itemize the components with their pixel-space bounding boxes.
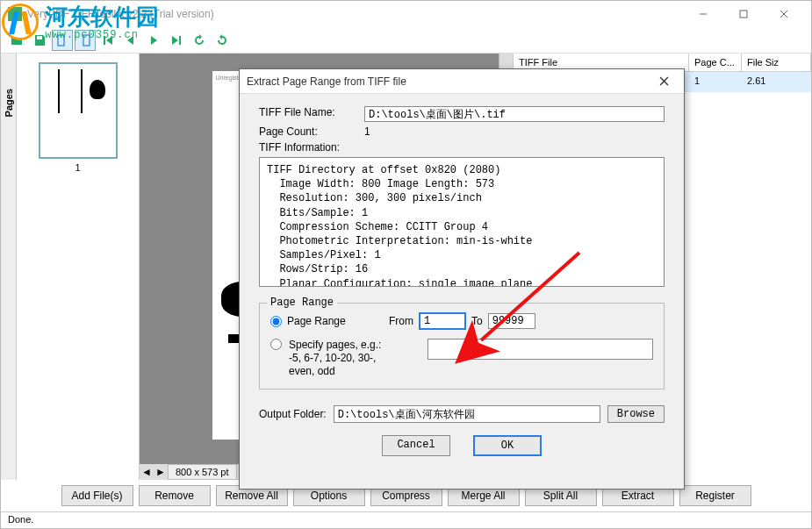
page-count-value: 1 <box>364 125 665 138</box>
last-page-icon[interactable] <box>166 30 187 51</box>
svg-rect-5 <box>58 35 64 46</box>
dialog-titlebar: Extract Page Range from TIFF file <box>240 69 684 94</box>
tiff-info-box[interactable]: TIFF Directory at offset 0x820 (2080) Im… <box>259 157 665 287</box>
prev-page-icon[interactable] <box>120 30 141 51</box>
toolbar <box>1 27 811 54</box>
browse-button[interactable]: Browse <box>607 405 665 423</box>
svg-rect-6 <box>83 35 90 46</box>
add-files-button[interactable]: Add File(s) <box>61 485 133 506</box>
save-icon[interactable] <box>29 30 50 51</box>
dialog-body: TIFF File Name: Page Count: 1 TIFF Infor… <box>240 94 684 465</box>
col-page[interactable]: Page C... <box>689 54 742 71</box>
rotate-left-icon[interactable] <box>189 30 210 51</box>
svg-rect-1 <box>740 11 747 18</box>
titlebar: VeryPDF TIFFToolkit v2.2 (Trial version) <box>1 1 811 27</box>
status-bar: Done. <box>1 511 811 529</box>
file-name-field[interactable] <box>364 106 665 122</box>
cancel-button[interactable]: Cancel <box>382 435 450 456</box>
from-label: From <box>389 315 413 327</box>
window-title: VeryPDF TIFFToolkit v2.2 (Trial version) <box>27 8 683 20</box>
open-icon[interactable] <box>6 30 27 51</box>
register-button[interactable]: Register <box>679 485 751 506</box>
specify-pages-input[interactable] <box>428 339 653 360</box>
rotate-right-icon[interactable] <box>212 30 233 51</box>
output-folder-label: Output Folder: <box>259 408 327 420</box>
to-input[interactable] <box>488 313 535 329</box>
col-size[interactable]: File Siz <box>742 54 811 71</box>
app-icon <box>8 7 22 21</box>
maximize-button[interactable] <box>723 1 764 27</box>
page-count-label: Page Count: <box>259 125 364 138</box>
remove-button[interactable]: Remove <box>139 485 211 506</box>
to-label: To <box>471 315 483 327</box>
specify-pages-label: Specify pages, e.g.: -5, 6-7, 10-20, 30-… <box>289 339 420 378</box>
group-title: Page Range <box>267 297 337 309</box>
file-name-label: TIFF File Name: <box>259 106 364 122</box>
page-range-radio-label: Page Range <box>287 315 384 327</box>
close-button[interactable] <box>764 1 804 27</box>
dialog-close-button[interactable] <box>650 70 677 93</box>
dimensions-label: 800 x 573 pt <box>168 464 237 480</box>
page-right-icon[interactable] <box>75 30 96 51</box>
minimize-button[interactable] <box>683 1 723 27</box>
first-page-icon[interactable] <box>97 30 119 51</box>
tiff-info-label: TIFF Information: <box>259 141 364 154</box>
page-range-radio[interactable] <box>270 316 282 327</box>
from-input[interactable] <box>419 312 466 330</box>
pages-tab[interactable]: Pages <box>1 54 17 480</box>
page-range-group: Page Range Page Range From To Specify pa… <box>259 303 665 390</box>
page-left-icon[interactable] <box>52 30 73 51</box>
thumbnail-page-number: 1 <box>75 162 80 173</box>
thumbnail-panel: 1 <box>17 54 140 480</box>
page-thumbnail[interactable] <box>39 62 118 159</box>
next-page-icon[interactable] <box>143 30 164 51</box>
svg-rect-4 <box>37 36 42 39</box>
dialog-title: Extract Page Range from TIFF file <box>247 75 650 88</box>
extract-dialog: Extract Page Range from TIFF file TIFF F… <box>239 68 685 490</box>
output-folder-input[interactable] <box>334 405 600 423</box>
specify-pages-radio[interactable] <box>270 339 282 350</box>
ok-button[interactable]: OK <box>473 435 542 456</box>
